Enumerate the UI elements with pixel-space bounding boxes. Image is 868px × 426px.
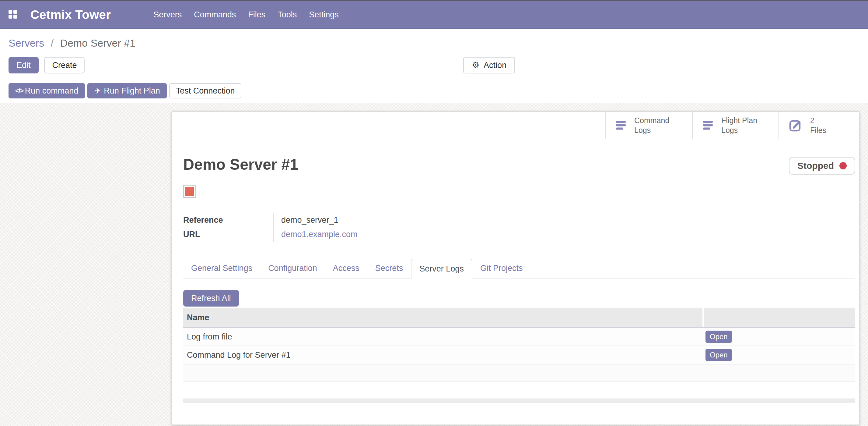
menu-item-files[interactable]: Files xyxy=(248,10,266,20)
list-bars-icon xyxy=(703,121,715,130)
field-label-url: URL xyxy=(183,227,273,242)
app-window: Cetmix Tower Servers Commands Files Tool… xyxy=(0,0,868,426)
tab-configuration[interactable]: Configuration xyxy=(260,259,325,279)
tab-server-logs[interactable]: Server Logs xyxy=(411,259,472,279)
refresh-all-button[interactable]: Refresh All xyxy=(183,290,239,307)
form-sheet: Demo Server #1 Stopped Reference demo_se… xyxy=(172,157,859,403)
edit-square-icon xyxy=(789,118,804,133)
status-label: Stopped xyxy=(797,161,834,171)
breadcrumb-servers-link[interactable]: Servers xyxy=(8,37,44,49)
tab-git-projects[interactable]: Git Projects xyxy=(472,259,531,279)
flight-plan-logs-stat-button[interactable]: Flight Plan Logs xyxy=(692,112,778,139)
main-menu: Servers Commands Files Tools Settings xyxy=(153,10,339,20)
tab-general-settings[interactable]: General Settings xyxy=(183,259,260,279)
table-row-empty xyxy=(183,365,855,382)
field-value-reference: demo_server_1 xyxy=(273,213,427,227)
test-connection-button[interactable]: Test Connection xyxy=(169,83,242,98)
breadcrumb: Servers / Demo Server #1 xyxy=(8,37,860,49)
edit-button[interactable]: Edit xyxy=(8,57,39,74)
files-count: 2 xyxy=(810,115,826,125)
menu-item-settings[interactable]: Settings xyxy=(309,10,339,20)
main-navbar: Cetmix Tower Servers Commands Files Tool… xyxy=(0,1,868,29)
files-stat-button[interactable]: 2 Files xyxy=(778,112,859,139)
breadcrumb-separator: / xyxy=(51,37,54,49)
log-name: Log from file xyxy=(183,332,703,342)
apps-grid-icon[interactable] xyxy=(8,10,18,19)
run-flight-plan-button[interactable]: ✈︎ Run Flight Plan xyxy=(87,83,166,98)
form-background: Command Logs Flight Plan Logs xyxy=(0,103,868,426)
table-header-row: Name xyxy=(183,308,855,328)
stat-button-label: Flight Plan Logs xyxy=(721,115,757,135)
server-color-swatch xyxy=(185,187,194,196)
menu-item-servers[interactable]: Servers xyxy=(153,10,182,20)
action-button-label: Action xyxy=(484,61,506,70)
server-logs-table: Name Log from file Open Command Log for … xyxy=(183,308,855,382)
action-button[interactable]: ⚙︎ Action xyxy=(463,57,515,74)
server-action-bar: </> Run command ✈︎ Run Flight Plan Test … xyxy=(8,83,860,98)
field-value-url-link[interactable]: demo1.example.com xyxy=(273,227,427,242)
status-dot-icon xyxy=(839,162,847,169)
stat-button-label: 2 Files xyxy=(810,115,826,135)
toolbar: Edit Create ⚙︎ Action xyxy=(8,57,860,74)
run-flight-plan-label: Run Flight Plan xyxy=(104,86,160,96)
server-color-picker[interactable] xyxy=(183,185,196,198)
gear-icon: ⚙︎ xyxy=(472,61,479,69)
status-badge: Stopped xyxy=(789,157,855,175)
column-header-name[interactable]: Name xyxy=(183,313,703,322)
page-title: Demo Server #1 xyxy=(183,157,298,172)
field-label-reference: Reference xyxy=(183,213,273,227)
brand-title[interactable]: Cetmix Tower xyxy=(30,8,111,22)
tab-access[interactable]: Access xyxy=(325,259,367,279)
breadcrumb-current: Demo Server #1 xyxy=(60,37,136,49)
list-bars-icon xyxy=(616,121,627,130)
notebook-tabs: General Settings Configuration Access Se… xyxy=(183,259,855,279)
control-panel: Servers / Demo Server #1 Edit Create ⚙︎ … xyxy=(0,29,868,98)
stat-button-label: Command Logs xyxy=(634,115,669,135)
table-footer-strip xyxy=(183,399,855,403)
column-header-actions xyxy=(703,308,855,326)
menu-item-tools[interactable]: Tools xyxy=(278,10,297,20)
menu-item-commands[interactable]: Commands xyxy=(194,10,236,20)
table-row[interactable]: Command Log for Server #1 Open xyxy=(183,346,855,365)
field-group: Reference demo_server_1 URL demo1.exampl… xyxy=(183,213,427,242)
run-command-button[interactable]: </> Run command xyxy=(8,83,85,98)
tab-secrets[interactable]: Secrets xyxy=(367,259,411,279)
table-row[interactable]: Log from file Open xyxy=(183,328,855,346)
command-logs-stat-button[interactable]: Command Logs xyxy=(605,112,692,139)
open-log-button[interactable]: Open xyxy=(706,331,732,343)
log-name: Command Log for Server #1 xyxy=(183,350,703,360)
run-command-label: Run command xyxy=(25,86,79,96)
stat-button-strip: Command Logs Flight Plan Logs xyxy=(172,112,859,139)
server-form-card: Command Logs Flight Plan Logs xyxy=(172,111,860,425)
code-icon: </> xyxy=(15,87,23,95)
create-button[interactable]: Create xyxy=(44,57,85,74)
server-logs-panel: Refresh All Name Log from file Open xyxy=(183,279,855,403)
open-log-button[interactable]: Open xyxy=(706,349,732,361)
plane-icon: ✈︎ xyxy=(94,87,101,95)
